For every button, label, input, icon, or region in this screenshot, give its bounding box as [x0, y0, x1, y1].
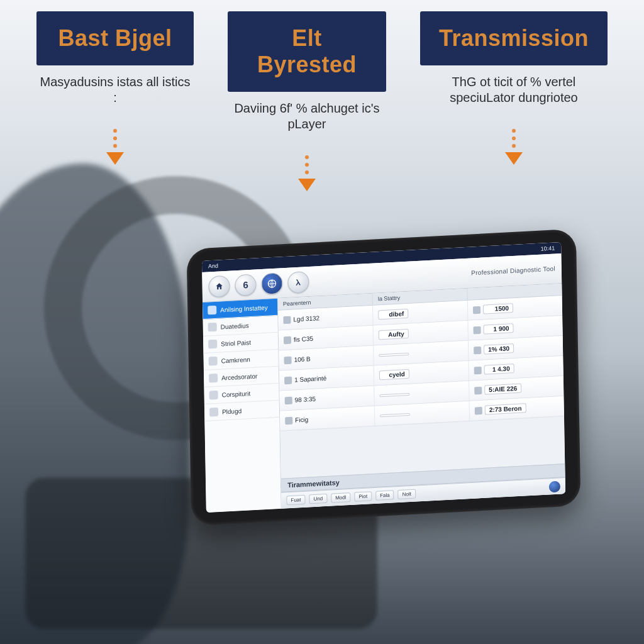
value-box: dibef — [378, 309, 408, 320]
category-col-1: Bast Bjgel Masyadusins istas all istics … — [36, 11, 194, 191]
sidebar-item-label: Pldugd — [222, 407, 242, 415]
bottom-button[interactable]: Nolt — [398, 489, 416, 499]
data-rows: Lgd 3132 dibef 1500 fis C35 Aufty 1 900 … — [278, 296, 565, 479]
tablet-bezel: And 10:41 6 Professional Diagnostic Tool — [187, 229, 581, 526]
row-icon — [284, 336, 291, 344]
row-label: fis C35 — [294, 335, 313, 343]
six-label: 6 — [243, 279, 248, 290]
category-caption-2: Daviing 6f' % alchuget ic's pLayer — [228, 101, 386, 132]
bottom-button[interactable]: Modl — [331, 492, 351, 503]
row-label: 98 3:35 — [295, 396, 316, 404]
row-icon — [285, 396, 292, 404]
category-box-2[interactable]: Elt Byrested — [228, 11, 386, 92]
module-icon — [209, 374, 218, 383]
row-icon — [284, 356, 291, 364]
value-box: Aufty — [379, 329, 409, 340]
bottom-button[interactable]: Fala — [375, 490, 394, 501]
row-icon — [285, 416, 292, 425]
sidebar-item-label: Arcedsorator — [221, 372, 257, 381]
sidebar-item-6[interactable]: Pldugd — [204, 401, 279, 421]
row-icon — [474, 326, 481, 334]
action-fab-icon[interactable] — [549, 480, 560, 492]
module-icon — [208, 306, 216, 315]
home-glyph — [214, 282, 223, 291]
category-row: Bast Bjgel Masyadusins istas all istics … — [0, 11, 644, 191]
module-icon — [209, 357, 218, 366]
module-icon — [209, 408, 218, 417]
globe-glyph — [267, 278, 277, 289]
row-icon — [283, 316, 291, 324]
module-icon — [208, 340, 217, 349]
pointer-icon — [505, 127, 523, 165]
row-icon — [474, 346, 481, 354]
value-box — [380, 413, 410, 417]
globe-icon[interactable] — [261, 272, 283, 295]
module-icon — [208, 323, 217, 332]
value-box: 1 4.30 — [484, 364, 514, 375]
six-icon[interactable]: 6 — [235, 274, 257, 296]
sidebar-item-label: Camkrenn — [221, 356, 250, 364]
bottom-button[interactable]: Piot — [354, 491, 372, 501]
value-box: 1500 — [483, 303, 513, 314]
lambda-glyph — [294, 277, 303, 287]
tablet-device: And 10:41 6 Professional Diagnostic Tool — [187, 229, 581, 526]
sidebar-item-label: Anilsing Instattey — [220, 304, 268, 313]
value-box: 5:AIE 226 — [484, 384, 521, 395]
row-icon — [475, 406, 482, 414]
pointer-icon — [106, 127, 124, 165]
category-caption-3: ThG ot ticit of % vertel speciuLator dun… — [429, 74, 599, 106]
pointer-icon — [298, 153, 316, 191]
statusbar-left: And — [208, 263, 218, 270]
category-col-2: Elt Byrested Daviing 6f' % alchuget ic's… — [228, 11, 386, 191]
category-box-1[interactable]: Bast Bjgel — [36, 11, 194, 65]
tablet-screen: And 10:41 6 Professional Diagnostic Tool — [202, 242, 565, 513]
category-col-3: Transmission ThG ot ticit of % vertel sp… — [420, 11, 608, 191]
value-box: 2:73 Beron — [485, 403, 526, 414]
app-body: Anilsing Instattey Duatedius Striol Pais… — [203, 284, 565, 513]
row-label: 106 B — [294, 355, 310, 363]
module-icon — [209, 391, 218, 400]
value-box: 1% 430 — [484, 343, 514, 355]
content-pane: Pearentern la Stattry Lgd 3132 dibef 150… — [278, 284, 565, 509]
statusbar-right: 10:41 — [541, 245, 555, 252]
value-box: 1 900 — [483, 323, 513, 335]
row-icon — [284, 376, 292, 384]
bottom-button[interactable]: Fuat — [286, 495, 305, 506]
sidebar-item-label: Duatedius — [221, 322, 249, 330]
category-box-3[interactable]: Transmission — [420, 11, 608, 65]
row-icon — [474, 366, 482, 374]
lambda-icon[interactable] — [287, 270, 309, 293]
row-label: Lgd 3132 — [293, 314, 319, 323]
sidebar: Anilsing Instattey Duatedius Striol Pais… — [203, 299, 282, 513]
row-icon — [473, 306, 480, 314]
sidebar-item-label: Corspiturit — [222, 390, 251, 398]
app-title-small: Professional Diagnostic Tool — [471, 265, 555, 276]
row-label: Ficig — [295, 416, 308, 423]
value-box — [379, 352, 409, 357]
category-caption-1: Masyadusins istas all istics : — [36, 74, 194, 106]
value-box: cyeld — [379, 369, 409, 380]
row-icon — [474, 386, 482, 394]
value-box — [379, 392, 409, 397]
row-label: 1 Saparinté — [294, 375, 326, 384]
home-icon[interactable] — [208, 275, 230, 297]
sidebar-item-label: Striol Paist — [221, 338, 251, 347]
bottom-button[interactable]: Und — [309, 494, 327, 504]
